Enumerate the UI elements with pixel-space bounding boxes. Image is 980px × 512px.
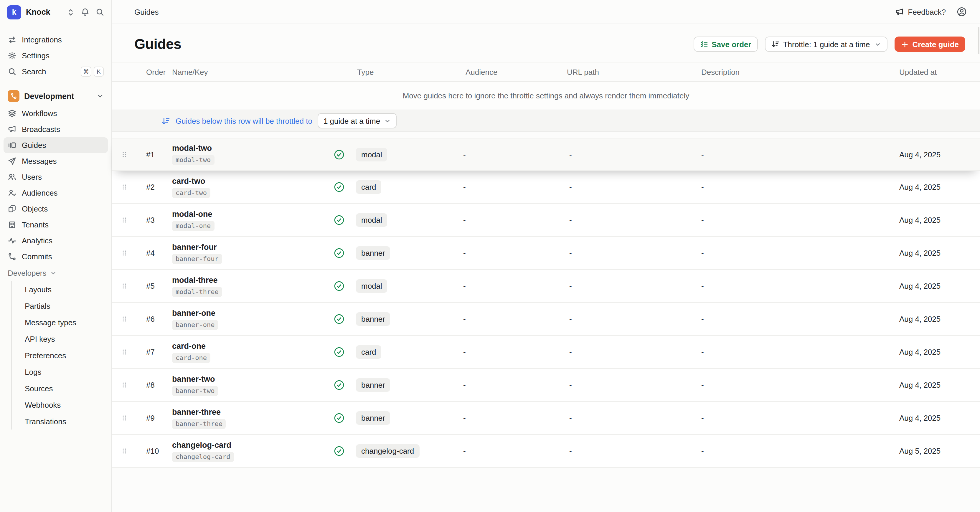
throttle-divider-link[interactable]: Guides below this row will be throttled … — [176, 116, 312, 125]
account-menu-button[interactable] — [956, 6, 967, 17]
throttle-button-label: Throttle: 1 guide at a time — [783, 40, 870, 49]
bell-icon[interactable] — [81, 8, 89, 16]
drag-handle[interactable] — [112, 150, 137, 159]
drag-handle[interactable] — [112, 381, 137, 390]
table-row[interactable]: #6 banner-one banner-one banner - - - Au… — [112, 303, 980, 336]
guide-order: #4 — [137, 249, 158, 258]
check-circle-icon — [333, 215, 344, 226]
developers-subnav-item[interactable]: Webhooks — [12, 396, 111, 413]
sidebar-item-settings[interactable]: Settings — [3, 48, 108, 64]
developers-subnav-item[interactable]: Sources — [12, 380, 111, 396]
guide-type-cell: banner — [349, 246, 461, 260]
gear-icon — [8, 51, 16, 60]
guide-url-path: - — [567, 447, 699, 455]
table-row[interactable]: #1 modal-two modal-two modal - - - Aug 4… — [112, 138, 980, 171]
sidebar-item-tenants[interactable]: Tenants — [3, 217, 108, 233]
search-icon[interactable] — [95, 8, 104, 16]
guide-updated-at: Aug 4, 2025 — [893, 216, 980, 224]
environment-label: Development — [24, 92, 92, 100]
guide-name: card-one — [172, 342, 206, 350]
guide-name-cell[interactable]: banner-three banner-three — [158, 407, 329, 429]
megaphone-icon — [8, 125, 16, 134]
sidebar-item-analytics[interactable]: Analytics — [3, 233, 108, 249]
drag-handle[interactable] — [112, 249, 137, 258]
guide-type-badge: modal — [356, 213, 387, 227]
guide-type-cell: changelog-card — [349, 444, 461, 458]
guide-name-cell[interactable]: card-two card-two — [158, 176, 329, 198]
developers-subnav-item[interactable]: Translations — [12, 413, 111, 429]
table-row[interactable]: #9 banner-three banner-three banner - - … — [112, 402, 980, 435]
table-row[interactable]: #10 changelog-card changelog-card change… — [112, 435, 980, 468]
guide-name-cell[interactable]: card-one card-one — [158, 342, 329, 363]
knock-logo-letter: k — [12, 8, 16, 16]
sidebar-item-broadcasts[interactable]: Broadcasts — [3, 121, 108, 137]
user-check-icon — [8, 189, 16, 197]
drag-dots-icon — [121, 381, 127, 390]
developers-subnav-item[interactable]: Preferences — [12, 347, 111, 364]
drag-handle[interactable] — [112, 216, 137, 224]
developers-subnav-item[interactable]: Partials — [12, 297, 111, 314]
scrollbar-thumb[interactable] — [978, 27, 979, 54]
throttle-dropdown-button[interactable]: Throttle: 1 guide at a time — [765, 37, 888, 52]
sidebar-item-objects[interactable]: Objects — [3, 201, 108, 217]
table-row[interactable]: #3 modal-one modal-one modal - - - Aug 4… — [112, 204, 980, 237]
sidebar: k Knock Integrations Settings Search — [0, 0, 112, 512]
developers-subnav-item[interactable]: API keys — [12, 331, 111, 347]
sidebar-item-users[interactable]: Users — [3, 169, 108, 185]
developers-subnav-item[interactable]: Layouts — [12, 281, 111, 297]
table-row[interactable]: #4 banner-four banner-four banner - - - … — [112, 237, 980, 270]
send-icon — [8, 157, 16, 165]
table-row[interactable]: #8 banner-two banner-two banner - - - Au… — [112, 369, 980, 402]
feedback-label: Feedback? — [908, 7, 946, 16]
guide-audience: - — [461, 381, 567, 390]
save-order-button[interactable]: Save order — [693, 37, 757, 52]
sidebar-item-search[interactable]: Search ⌘ K — [3, 64, 108, 80]
save-order-label: Save order — [711, 40, 751, 49]
unthrottled-drop-zone[interactable]: Move guides here to ignore the throttle … — [112, 82, 980, 110]
guide-description: - — [699, 447, 893, 455]
sidebar-item-commits[interactable]: Commits — [3, 249, 108, 264]
guide-name-cell[interactable]: modal-one modal-one — [158, 210, 329, 231]
guide-description: - — [699, 150, 893, 159]
developers-section-toggle[interactable]: Developers — [0, 264, 111, 281]
table-row[interactable]: #5 modal-three modal-three modal - - - A… — [112, 270, 980, 303]
sidebar-nav: Integrations Settings Search ⌘ K — [0, 24, 111, 80]
developers-label: Developers — [8, 269, 46, 277]
sidebar-item-workflows[interactable]: Workflows — [3, 105, 108, 121]
column-header-audience: Audience — [461, 67, 567, 76]
create-guide-button[interactable]: Create guide — [895, 37, 966, 52]
sidebar-item-audiences[interactable]: Audiences — [3, 185, 108, 201]
guide-audience: - — [461, 447, 567, 455]
feedback-button[interactable]: Feedback? — [895, 7, 946, 16]
drag-handle[interactable] — [112, 281, 137, 291]
drag-dots-icon — [121, 413, 127, 423]
developers-subnav-item[interactable]: Logs — [12, 364, 111, 380]
drag-handle[interactable] — [112, 183, 137, 191]
drag-handle[interactable] — [112, 413, 137, 423]
sidebar-item-messages[interactable]: Messages — [3, 153, 108, 169]
guide-status-cell — [329, 412, 349, 424]
guide-name-cell[interactable]: banner-two banner-two — [158, 374, 329, 396]
table-row[interactable]: #7 card-one card-one card - - - Aug 4, 2… — [112, 336, 980, 369]
environment-switcher[interactable]: Development — [3, 88, 108, 104]
guide-name-cell[interactable]: modal-two modal-two — [158, 144, 329, 165]
chevron-down-icon — [875, 41, 881, 48]
sidebar-item-integrations[interactable]: Integrations — [3, 32, 108, 48]
table-row[interactable]: #2 card-two card-two card - - - Aug 4, 2… — [112, 171, 980, 204]
guide-name-cell[interactable]: banner-one banner-one — [158, 308, 329, 330]
guide-name-cell[interactable]: modal-three modal-three — [158, 275, 329, 297]
sidebar-item-guides[interactable]: Guides — [3, 137, 108, 153]
guide-name-cell[interactable]: banner-four banner-four — [158, 242, 329, 264]
throttle-amount-select[interactable]: 1 guide at a time — [318, 113, 396, 129]
app-window: k Knock Integrations Settings Search — [0, 0, 980, 512]
drag-handle[interactable] — [112, 447, 137, 455]
drag-dots-icon — [121, 348, 127, 356]
guide-audience: - — [461, 216, 567, 224]
org-switcher-icon[interactable] — [67, 8, 75, 16]
guide-type-badge: card — [356, 180, 382, 194]
drag-handle[interactable] — [112, 348, 137, 356]
guide-updated-at: Aug 4, 2025 — [893, 381, 980, 390]
drag-handle[interactable] — [112, 315, 137, 323]
developers-subnav-item[interactable]: Message types — [12, 314, 111, 331]
guide-name-cell[interactable]: changelog-card changelog-card — [158, 440, 329, 462]
